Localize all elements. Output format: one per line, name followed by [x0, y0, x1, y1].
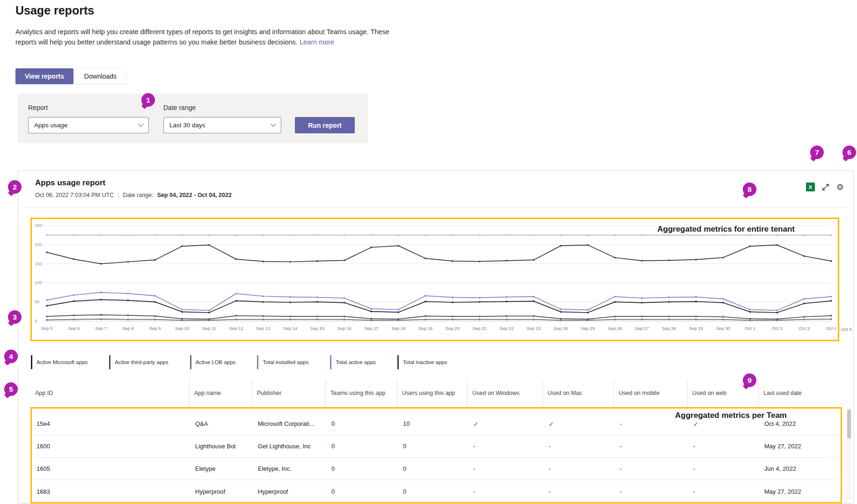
usage-reports-page: Usage reports Analytics and reports will…: [0, 0, 857, 504]
legend-item[interactable]: Active third-party apps: [109, 355, 168, 369]
usage-chart-highlight-box: 050100150200250Sep 5Sep 6Sep 7Sep 8Sep 9…: [30, 218, 839, 341]
page-title: Usage reports: [15, 4, 94, 17]
apps-table-highlight-box: 15e4Q&AMicrosoft Corporati...010✓✓-✓Oct …: [30, 407, 842, 504]
run-report-button[interactable]: Run report: [295, 117, 355, 133]
svg-text:Sep 21: Sep 21: [473, 326, 487, 331]
settings-gear-icon[interactable]: ⚙: [836, 183, 844, 191]
legend-item[interactable]: Total active apps: [330, 355, 376, 369]
table-cell: Get Lighthouse, Inc: [253, 435, 327, 457]
table-cell: May 27, 2022: [760, 435, 841, 457]
table-cell: -: [689, 458, 760, 480]
table-row[interactable]: 1683HyperproofHyperproof00----May 27, 20…: [32, 480, 841, 503]
legend-label: Total installed apps: [263, 359, 308, 365]
legend-label: Active third-party apps: [115, 359, 168, 365]
tab-view-reports[interactable]: View reports: [15, 68, 73, 84]
table-cell: -: [544, 480, 615, 503]
svg-text:Sep 7: Sep 7: [95, 326, 107, 331]
svg-text:0: 0: [35, 318, 37, 323]
column-header[interactable]: Last used date: [758, 380, 842, 407]
report-filter-panel: Report Apps usage Date range Last 30 day…: [18, 94, 368, 143]
svg-text:Sep 26: Sep 26: [608, 326, 622, 331]
legend-color-bar: [109, 355, 110, 369]
legend-item[interactable]: Active Microsoft apps: [31, 355, 88, 369]
table-cell: Eletype: [190, 458, 253, 480]
legend-item[interactable]: Total installed apps: [257, 355, 308, 369]
legend-item[interactable]: Total inactive apps: [397, 355, 447, 369]
table-cell: 0: [327, 413, 398, 435]
table-cell: 0: [327, 480, 398, 503]
svg-text:200: 200: [35, 242, 42, 247]
callout-badge-4: 4: [4, 350, 18, 363]
svg-text:150: 150: [35, 261, 42, 266]
column-header[interactable]: Used on Mac: [542, 380, 614, 407]
svg-text:Sep 14: Sep 14: [283, 326, 297, 331]
svg-text:Sep 29: Sep 29: [689, 326, 703, 331]
table-row[interactable]: 1605EletypeEletype, Inc.00----Jun 4, 202…: [32, 458, 841, 480]
scrollbar-thumb[interactable]: [847, 409, 851, 438]
svg-text:100: 100: [35, 280, 42, 285]
tab-downloads[interactable]: Downloads: [74, 68, 126, 84]
legend-label: Active LOB apps: [196, 359, 236, 365]
column-header[interactable]: Used on Windows: [467, 380, 542, 407]
table-cell: -: [469, 458, 544, 480]
callout-badge-2: 2: [8, 180, 22, 194]
callout-badge-5: 5: [4, 382, 18, 396]
fullscreen-expand-icon[interactable]: [822, 183, 829, 191]
column-header[interactable]: Teams using this app: [325, 380, 397, 407]
table-cell: 15e4: [32, 413, 190, 435]
report-dropdown-label: Report: [28, 104, 48, 111]
table-row[interactable]: 1600Lighthouse BotGet Lighthouse, Inc00-…: [32, 435, 841, 458]
table-cell: -: [689, 480, 760, 503]
table-cell: Hyperproof: [190, 480, 253, 503]
table-scrollbar[interactable]: [847, 409, 851, 500]
table-cell: May 27, 2022: [760, 480, 841, 503]
report-select[interactable]: Apps usage: [28, 117, 149, 133]
callout-badge-3: 3: [8, 310, 22, 324]
learn-more-link[interactable]: Learn more: [300, 38, 334, 46]
callout-badge-7: 7: [810, 146, 824, 159]
svg-text:Sep 22: Sep 22: [499, 326, 513, 331]
column-header[interactable]: App name: [189, 380, 252, 407]
svg-text:Sep 16: Sep 16: [337, 326, 352, 331]
report-card: Apps usage report Oct 06, 2022 7:03:04 P…: [18, 170, 854, 504]
svg-text:Sep 17: Sep 17: [364, 326, 378, 331]
svg-text:Sep 23: Sep 23: [527, 326, 541, 331]
report-daterange-label: Date range:: [123, 192, 153, 198]
chart-legend: Active Microsoft appsActive third-party …: [31, 354, 447, 370]
daterange-select-value: Last 30 days: [169, 122, 205, 129]
svg-text:Sep 24: Sep 24: [554, 326, 568, 331]
table-annotation: Aggregated metrics per Team: [675, 411, 787, 420]
table-cell: Hyperproof: [253, 480, 327, 503]
svg-text:Oct 4: Oct 4: [826, 326, 836, 331]
table-cell: Microsoft Corporati...: [253, 413, 327, 435]
meta-separator: |: [117, 192, 119, 198]
daterange-dropdown-label: Date range: [163, 104, 196, 111]
svg-text:Sep 30: Sep 30: [716, 326, 730, 331]
svg-text:Sep 12: Sep 12: [229, 326, 243, 331]
column-header[interactable]: App ID: [30, 380, 189, 407]
svg-text:Sep 18: Sep 18: [391, 326, 405, 331]
x-axis-overflow-label: Oct 5: [841, 327, 852, 332]
legend-item[interactable]: Active LOB apps: [190, 355, 236, 369]
table-cell: 0: [327, 435, 398, 457]
table-cell: 0: [398, 480, 469, 503]
chart-annotation: Aggregated metrics for entire tenant: [657, 225, 795, 234]
column-header[interactable]: Used on mobile: [614, 380, 687, 407]
report-select-value: Apps usage: [34, 122, 67, 129]
table-cell: -: [469, 435, 544, 457]
daterange-select[interactable]: Last 30 days: [163, 117, 281, 133]
table-cell: -: [615, 480, 689, 503]
legend-label: Total inactive apps: [403, 359, 447, 365]
column-header[interactable]: Publisher: [252, 380, 325, 407]
report-title: Apps usage report: [35, 178, 105, 188]
table-cell: 0: [398, 458, 469, 480]
usage-line-chart: 050100150200250Sep 5Sep 6Sep 7Sep 8Sep 9…: [33, 222, 836, 337]
legend-label: Total active apps: [336, 359, 376, 365]
svg-text:Sep 8: Sep 8: [122, 326, 134, 331]
column-header[interactable]: Users using this app: [397, 380, 467, 407]
export-to-excel-icon[interactable]: X: [806, 183, 815, 191]
svg-text:Sep 25: Sep 25: [581, 326, 595, 331]
svg-text:Sep 13: Sep 13: [256, 326, 270, 331]
page-description: Analytics and reports will help you crea…: [15, 27, 403, 48]
legend-color-bar: [257, 355, 258, 369]
